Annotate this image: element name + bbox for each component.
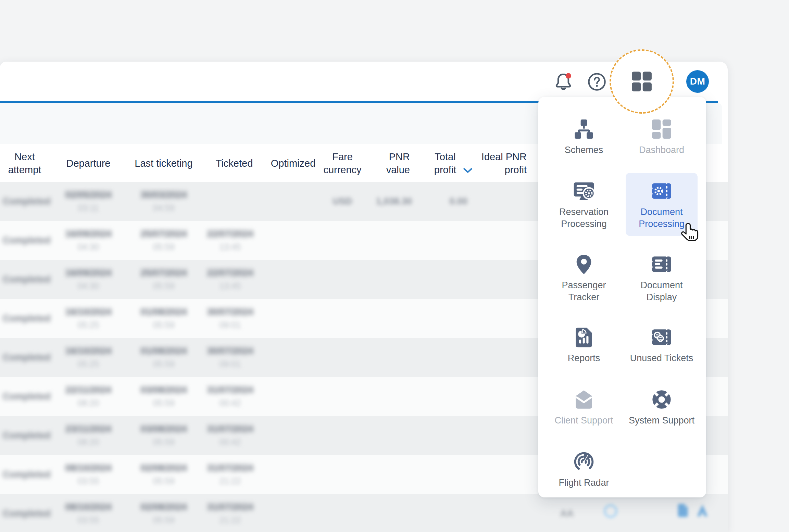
cell-date: 01/08/2024 (140, 307, 187, 317)
app-menu-item-label: Reports (568, 352, 600, 364)
cell-value: Completed (3, 391, 51, 402)
ticket-coins-icon (651, 326, 673, 348)
cell-time: 09:01 (220, 320, 241, 330)
cell-date: 31/07/2024 (207, 502, 253, 512)
cell-date: 25/07/2024 (140, 229, 187, 239)
lifebuoy-icon (651, 389, 673, 410)
app-menu-item-unused-tickets[interactable]: Unused Tickets (626, 319, 698, 382)
cell-time: 09:01 (220, 359, 241, 369)
cell-departure: 08/10/202403:55 (58, 494, 119, 532)
cell-date: 23/11/2024 (65, 424, 111, 434)
cell-ticketed: 31/07/202421:22 (199, 494, 261, 532)
cell-date: 30/07/2024 (207, 346, 253, 356)
column-header-next-attempt[interactable]: Nextattempt (0, 144, 59, 182)
cell-time: 03:55 (78, 515, 99, 525)
column-header-line: Next (0, 150, 59, 163)
cell-status: Completed (3, 299, 54, 338)
app-menu-item-reports[interactable]: Reports (548, 319, 620, 382)
app-menu-item-system-support[interactable]: System Support (626, 381, 698, 444)
help-button[interactable] (586, 71, 608, 92)
cell-departure: 16/10/202405:25 (58, 338, 119, 377)
cell-date: 22/07/2024 (207, 229, 253, 239)
column-header-line: Ideal PNR (458, 150, 527, 163)
help-icon (587, 72, 607, 92)
cell-departure: 08/10/202403:55 (58, 455, 119, 494)
user-avatar[interactable]: DM (686, 70, 709, 93)
cell-last-ticketing: 25/07/202405:59 (133, 221, 195, 260)
ticket-gear-icon (651, 180, 673, 202)
cell-time: 08:20 (78, 437, 99, 447)
cell-time: 05:59 (153, 320, 175, 330)
app-menu-item-flight-radar[interactable]: Flight Radar (548, 444, 620, 507)
cell-time: 21:22 (220, 476, 241, 486)
cell-last-ticketing: 03/08/202405:59 (133, 416, 195, 455)
column-header-last-ticketing[interactable]: Last ticketing (129, 144, 198, 182)
page: DM NextattemptDepartureLast ticketingTic… (0, 0, 789, 532)
cell-value: 0.00 (449, 196, 467, 207)
app-menu-item-document-display[interactable]: Document Display (626, 246, 698, 309)
map-pin-icon (573, 253, 595, 275)
column-header-ideal-pnr-profit[interactable]: Ideal PNRprofit (458, 144, 527, 182)
flag-icon[interactable] (694, 503, 710, 520)
app-menu-item-reservation-processing[interactable]: Reservation Processing (548, 173, 620, 236)
cell-date: 31/07/2024 (207, 463, 253, 473)
cell-date: 16/10/2024 (65, 307, 111, 317)
cell-date: 25/07/2024 (140, 268, 187, 278)
app-menu-item-passenger-tracker[interactable]: Passenger Tracker (548, 246, 620, 309)
cell-date: 31/07/2024 (207, 385, 253, 395)
column-header-departure[interactable]: Departure (54, 144, 123, 182)
cell-last-ticketing: 30/03/202404:59 (133, 182, 195, 221)
column-header-line: profit (458, 163, 527, 176)
cell-time: 21:22 (220, 515, 241, 525)
cell-date: 02/08/2024 (140, 463, 187, 473)
cell-departure: 22/11/202408:20 (58, 377, 119, 416)
cell-time: 13:45 (220, 281, 241, 291)
document-icon[interactable] (675, 503, 691, 520)
notifications-button[interactable] (552, 71, 575, 93)
cell-time: 05:59 (153, 476, 175, 486)
apps-launcher-button[interactable] (630, 70, 653, 93)
cell-time: 05:59 (153, 398, 175, 408)
cell-date: 08/10/2024 (65, 502, 111, 512)
column-header-ticketed[interactable]: Ticketed (200, 144, 268, 182)
app-menu-item-schemes[interactable]: Schemes (548, 111, 620, 174)
cell-date: 03/08/2024 (140, 385, 187, 395)
cell-departure: 16/10/202405:25 (58, 299, 119, 338)
cell-last-ticketing: 01/08/202405:59 (133, 299, 195, 338)
cell-date: 22/11/2024 (65, 385, 111, 395)
cell-status: Completed (3, 455, 54, 494)
app-menu-item-label: Dashboard (639, 144, 684, 156)
app-menu-item-label: System Support (629, 415, 694, 427)
cell-date: 30/07/2024 (207, 307, 253, 317)
app-menu-item-label: Document Display (626, 279, 698, 303)
column-header-pnr-value[interactable]: PNRvalue (341, 144, 410, 182)
radar-icon (573, 451, 595, 473)
cell-date: 22/07/2024 (207, 268, 253, 278)
app-menu-item-dashboard: Dashboard (626, 111, 698, 174)
cell-time: 05:25 (78, 359, 99, 369)
cell-date: 02/05/2024 (65, 190, 111, 200)
app-menu-item-client-support: Client Support (548, 381, 620, 444)
cell-last-ticketing: 01/08/202405:59 (133, 338, 195, 377)
monitor-gear-icon (573, 180, 595, 202)
cell-status: Completed (3, 377, 54, 416)
column-header-line: attempt (0, 163, 59, 176)
cell-time: 05:59 (153, 281, 175, 291)
cell-status: Completed (3, 260, 54, 299)
cell-time: 05:59 (153, 515, 175, 525)
cell-date: 30/03/2024 (140, 190, 187, 200)
cell-status: Completed (3, 182, 54, 221)
cell-departure: 23/11/202408:20 (58, 416, 119, 455)
cell-date: 01/08/2024 (140, 346, 187, 356)
ticket-lines-icon (651, 253, 673, 275)
cell-ticketed: 22/07/202413:45 (199, 221, 261, 260)
cell-time: 13:45 (220, 242, 241, 252)
notification-dot (566, 73, 571, 79)
cell-time: 08:20 (78, 398, 99, 408)
cell-value: Completed (3, 313, 51, 324)
column-header-line: value (341, 163, 410, 176)
cell-status: Completed (3, 494, 54, 532)
cell-departure: 02/05/202403:11 (58, 182, 119, 221)
column-header-line: Ticketed (200, 157, 268, 170)
cell-time: 05:59 (153, 437, 175, 447)
